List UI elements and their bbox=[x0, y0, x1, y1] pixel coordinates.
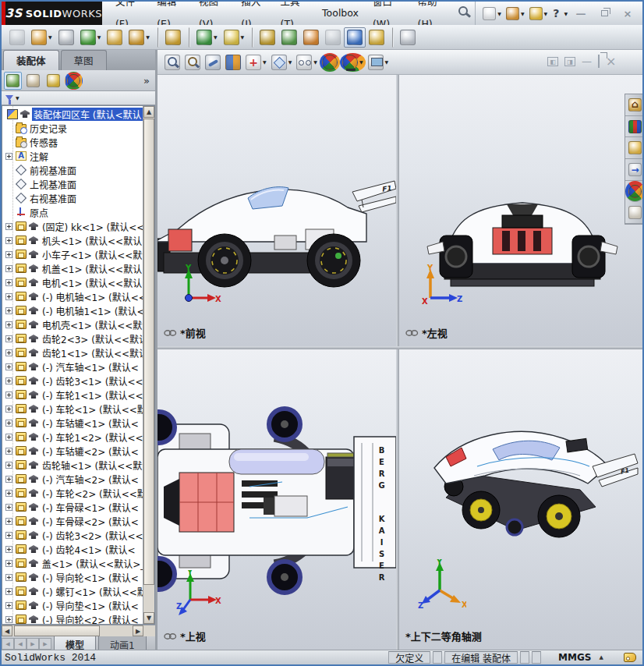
filter-funnel-icon[interactable] bbox=[5, 95, 13, 101]
screen-capture[interactable]: ▼ bbox=[392, 27, 419, 48]
part[interactable]: (-) 齿轮3<1> (默认<< bbox=[2, 374, 154, 388]
dropdown-caret-icon[interactable]: ▼ bbox=[313, 59, 317, 65]
manager-overflow-button[interactable]: » bbox=[143, 75, 153, 87]
expand-icon[interactable] bbox=[5, 251, 12, 258]
part[interactable]: (-) 电机轴1<1> (默认< bbox=[2, 303, 154, 317]
view-settings[interactable]: ▼ bbox=[366, 53, 391, 72]
exploded-view[interactable]: ▼ bbox=[322, 27, 344, 48]
zoom-to-fit[interactable]: ▼ bbox=[162, 53, 182, 72]
dropdown-caret-icon[interactable]: ▼ bbox=[48, 34, 52, 40]
part[interactable]: (-) 车轮1<1> (默认<< bbox=[2, 388, 154, 402]
expand-icon[interactable] bbox=[5, 293, 12, 300]
history[interactable]: 历史记录 bbox=[2, 121, 154, 135]
assembly[interactable]: 装配体四区车 (默认<默认 bbox=[2, 107, 154, 121]
help-button[interactable]: ? bbox=[550, 7, 562, 19]
child-close-button[interactable]: × bbox=[606, 54, 616, 69]
expand-icon[interactable] bbox=[5, 406, 12, 413]
part[interactable]: 机头<1> (默认<<默认>_ bbox=[2, 233, 154, 247]
plane[interactable]: 前视基准面 bbox=[2, 163, 154, 177]
command-tab[interactable]: 装配体 bbox=[3, 50, 59, 70]
last-frame[interactable]: ▶ bbox=[39, 638, 51, 650]
dropdown-caret-icon[interactable]: ▼ bbox=[288, 59, 292, 65]
help-caret-icon[interactable]: ▼ bbox=[564, 11, 568, 16]
expand-icon[interactable] bbox=[5, 462, 12, 469]
display-style[interactable]: ▼ bbox=[269, 53, 295, 72]
command-tab[interactable]: 草图 bbox=[61, 50, 107, 70]
dropdown-caret-icon[interactable]: ▼ bbox=[146, 34, 150, 40]
child-restore-button[interactable] bbox=[598, 54, 600, 69]
alert-badge[interactable]: ▼ bbox=[529, 7, 548, 20]
prev-frame[interactable]: ◀ bbox=[14, 638, 27, 650]
part[interactable]: 电机<1> (默认<<默认>_ bbox=[2, 275, 154, 289]
restore-button[interactable] bbox=[594, 6, 614, 20]
configurationmanager[interactable] bbox=[44, 72, 62, 90]
part[interactable]: 齿轮1<1> (默认<<默认 bbox=[2, 345, 154, 360]
mate[interactable]: ▼ bbox=[77, 27, 104, 48]
expand-icon[interactable] bbox=[5, 391, 12, 399]
expand-icon[interactable] bbox=[5, 490, 12, 497]
close-button[interactable]: × bbox=[617, 6, 638, 20]
tile-left-button[interactable]: ◧ bbox=[547, 57, 558, 66]
expand-icon[interactable] bbox=[5, 265, 12, 272]
expand-icon[interactable] bbox=[5, 349, 12, 356]
menu-item[interactable]: Toolbox bbox=[315, 2, 366, 24]
viewport-front[interactable]: F1 Y X *前视 bbox=[157, 75, 396, 346]
expand-icon[interactable] bbox=[5, 588, 12, 595]
part[interactable]: 盖<1> (默认<<默认>_外 bbox=[2, 556, 154, 570]
expand-icon[interactable] bbox=[5, 335, 12, 342]
part[interactable]: 小车子<1> (默认<<默认 bbox=[2, 247, 154, 261]
file-explorer[interactable] bbox=[625, 137, 644, 159]
expand-icon[interactable] bbox=[5, 279, 12, 286]
viewport-left[interactable]: Y Z X *左视 bbox=[399, 75, 644, 346]
previous-view[interactable]: ▼ bbox=[203, 53, 223, 72]
dropdown-caret-icon[interactable]: ▼ bbox=[263, 59, 267, 65]
plane[interactable]: 上视基准面 bbox=[2, 177, 154, 191]
component-window[interactable]: ▼ bbox=[104, 27, 126, 48]
part[interactable]: (固定) kk<1> (默认<<默 bbox=[2, 219, 154, 233]
section-view[interactable]: ▼ bbox=[223, 53, 243, 72]
part[interactable]: (-) 车轮1<2> (默认<< bbox=[2, 430, 154, 444]
expand-icon[interactable] bbox=[5, 307, 12, 314]
new-document[interactable]: ▼ bbox=[483, 7, 501, 20]
edit-appearance[interactable]: ▼ bbox=[320, 53, 340, 72]
next-frame[interactable]: ▶ bbox=[27, 638, 39, 650]
dropdown-caret-icon[interactable]: ▼ bbox=[544, 11, 548, 16]
smart-fastener[interactable]: ▼ bbox=[157, 27, 184, 48]
scroll-up-arrow[interactable]: ▲ bbox=[143, 106, 154, 118]
part[interactable]: (-) 车轮<1> (默认<<默 bbox=[2, 402, 154, 416]
scroll-thumb[interactable] bbox=[143, 119, 154, 585]
units-selector[interactable]: MMGS ▲ bbox=[543, 651, 618, 664]
expand-icon[interactable] bbox=[5, 153, 12, 160]
design-library[interactable] bbox=[625, 116, 644, 138]
apply-scene[interactable]: ▼ bbox=[340, 53, 366, 72]
toolbox-part[interactable]: ▼ bbox=[189, 27, 221, 48]
plane[interactable]: 右视基准面 bbox=[2, 191, 154, 205]
assembly-features[interactable]: ▼ bbox=[252, 27, 278, 48]
tree-scrollbar[interactable]: ▲ ▼ bbox=[143, 106, 154, 624]
part[interactable]: (-) 车轱辘<1> (默认< bbox=[2, 416, 154, 430]
dropdown-caret-icon[interactable]: ▼ bbox=[385, 59, 389, 65]
scroll-thumb[interactable] bbox=[14, 625, 100, 636]
annotations[interactable]: 注解 bbox=[2, 149, 154, 163]
displaymanager[interactable] bbox=[65, 72, 83, 90]
child-minimize-button[interactable]: — bbox=[582, 54, 592, 69]
dropdown-caret-icon[interactable]: ▼ bbox=[97, 34, 101, 40]
expand-icon[interactable] bbox=[5, 448, 12, 455]
part[interactable]: (-) 车骨碌<2> (默认< bbox=[2, 514, 154, 528]
expand-icon[interactable] bbox=[5, 616, 12, 623]
part[interactable]: 电机壳<1> (默认<<默认 bbox=[2, 317, 154, 331]
view-orientation[interactable]: ▼ bbox=[243, 53, 269, 72]
part[interactable]: (-) 汽车轴<1> (默认< bbox=[2, 360, 154, 374]
view-palette[interactable] bbox=[625, 159, 644, 181]
expand-icon[interactable] bbox=[5, 476, 12, 483]
appearances-scenes[interactable] bbox=[625, 181, 644, 203]
part[interactable]: 齿轮2<3> (默认<<默认 bbox=[2, 331, 154, 345]
horizontal-splitter[interactable] bbox=[157, 346, 644, 349]
scroll-left-arrow[interactable]: ◀ bbox=[2, 625, 12, 636]
part[interactable]: (-) 车骨碌<1> (默认< bbox=[2, 500, 154, 514]
tag-icon[interactable] bbox=[624, 653, 636, 662]
expand-icon[interactable] bbox=[5, 504, 12, 511]
first-frame[interactable]: ◀ bbox=[2, 638, 14, 650]
dropdown-caret-icon[interactable]: ▼ bbox=[214, 34, 218, 40]
dropdown-caret-icon[interactable]: ▼ bbox=[497, 11, 501, 16]
